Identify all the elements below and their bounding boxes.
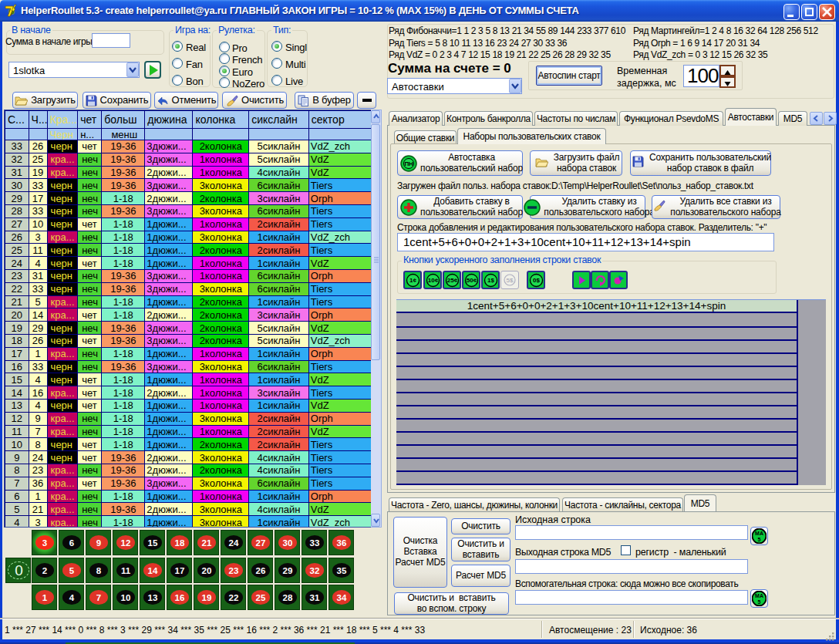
svg-text:0$: 0$ [533,277,540,284]
svg-text:50¢: 50¢ [466,277,477,284]
svg-text:5: 5 [758,537,761,542]
svg-text:1$: 1$ [487,277,494,284]
svg-text:MA: MA [755,531,763,536]
svg-text:ПН: ПН [405,160,414,167]
svg-text:5$: 5$ [507,277,514,284]
svg-text:MA: MA [755,593,763,598]
svg-text:1¢: 1¢ [409,277,416,284]
svg-text:10¢: 10¢ [427,277,438,284]
svg-text:5: 5 [758,599,761,605]
svg-text:25¢: 25¢ [446,277,457,284]
